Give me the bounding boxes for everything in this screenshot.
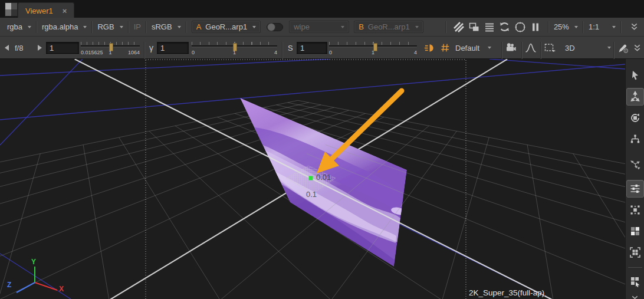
input-b-dropdown[interactable]: B GeoR...arp1 [354,21,423,33]
tab-label: Viewer1 [25,6,53,15]
chevron-down-icon [341,26,344,28]
wipe-toggle[interactable] [267,23,283,31]
sidebar-collapse-icon[interactable] [630,295,639,299]
point-label-primary: 0.01 [316,173,331,182]
svg-text:X: X [59,285,64,293]
view-mode-value: 3D [565,44,575,52]
pane-menu-icon[interactable] [5,2,18,17]
translate-tool-button[interactable] [626,88,644,106]
separator [548,21,549,33]
chevron-down-icon [178,26,181,28]
chevron-down-icon [120,26,123,28]
point-label-secondary: 0.1 [306,190,317,199]
input-a-dropdown[interactable]: A GeoR...arp1 [192,21,261,33]
select-tool-button[interactable] [626,67,644,84]
input-a-value: GeoR...arp1 [205,22,247,31]
tab-viewer1[interactable]: Viewer1 × [18,2,74,18]
camera-icon[interactable] [505,37,517,59]
monitor-out-icon[interactable] [466,20,482,34]
chevron-down-icon [83,26,87,28]
chevron-down-icon [607,47,611,49]
chevron-down-icon [574,26,578,28]
gamma-slider[interactable]: 0 1 4 [192,42,277,56]
colorspace-value: sRGB [152,22,172,31]
input-b-label: B [359,22,364,31]
separator [146,21,147,33]
tab-bar: Viewer1 × [0,0,644,18]
slider-labels: 0.015625 1 1064 [81,50,140,55]
chevron-down-icon [488,47,491,49]
lut-dropdown[interactable]: Default [455,37,491,59]
collapse-toolbar-icon[interactable] [626,20,642,34]
input-process-label: IP [134,22,141,31]
proxy-dropdown[interactable]: 1:1 [589,22,616,31]
cursor-arrow-icon [632,71,638,80]
collapse-toolbar-icon[interactable] [633,37,642,59]
wireframe-hash-icon[interactable] [440,37,451,59]
zoom-dropdown[interactable]: 25% [554,22,578,31]
separator [186,21,187,33]
viewer-toolbar-view: f/8 0.015625 1 1064 γ 0 1 4 S 0 1 4 [0,37,644,59]
separator [36,21,37,33]
input-process-button[interactable]: IP [134,22,141,31]
channels-value: rgba [7,22,22,31]
slider-labels: 0 1 4 [329,50,417,55]
separator [583,21,584,33]
close-icon[interactable]: × [63,6,67,15]
scale-tool-button[interactable] [626,130,644,148]
pause-icon[interactable] [528,20,543,34]
layer-dropdown[interactable]: rgba.alpha [42,22,87,31]
lut-value: Default [455,44,479,52]
gamma-input[interactable] [157,42,189,54]
refresh-icon[interactable] [497,20,512,34]
separator [620,21,622,33]
eyedropper-icon[interactable] [617,37,629,59]
gain-input[interactable] [46,42,79,54]
chevron-down-icon [252,26,256,28]
wipe-dropdown[interactable]: wipe [289,21,349,33]
slider-labels: 0 1 4 [192,50,277,55]
gamma-symbol: γ [149,37,153,59]
channels-dropdown[interactable]: rgba [2,22,31,31]
marquee-select-icon[interactable] [544,37,557,59]
checkerboard-stripes-icon[interactable] [451,20,466,34]
channel-stack-icon[interactable] [482,20,497,34]
headlamp-lighting-icon[interactable] [424,37,435,59]
layout-select-tool-button[interactable] [626,272,644,290]
chevron-down-icon [28,26,31,28]
frame-grid-tool-button[interactable] [626,244,644,261]
display-value: RGB [97,22,114,31]
rotate-tool-button[interactable] [626,109,644,127]
saturation-label: S [288,37,293,59]
chevron-down-icon [612,26,616,28]
adjust-sliders-tool-button[interactable] [626,180,644,198]
selection-point [309,176,313,180]
display-channel-dropdown[interactable]: RGB [97,22,123,31]
saturation-input[interactable] [297,42,327,54]
layout-grid-tool-button[interactable] [626,222,644,240]
gain-prev-stop-button[interactable] [5,37,9,59]
layer-value: rgba.alpha [42,22,78,31]
gain-slider[interactable]: 0.015625 1 1064 [81,42,140,56]
viewer-colorspace-dropdown[interactable]: sRGB [152,22,181,31]
triangle-left-icon [5,45,9,51]
chevron-down-icon [415,26,419,28]
viewer-toolbar-top: rgba rgba.alpha RGB IP sRGB A GeoR...arp… [0,18,644,37]
transform-axes-tool-button[interactable] [626,155,644,173]
zoom-value: 25% [554,22,569,31]
vertex-handles-tool-button[interactable] [626,201,644,219]
svg-text:Y: Y [31,258,36,266]
viewport-3d[interactable]: 0.010.1YXZ2K_Super_35(full-ap)2K_Super_3… [0,59,625,299]
filter-curve-icon[interactable] [525,37,537,59]
toggle-knob [267,23,275,31]
view-mode-dropdown[interactable]: 3D [565,37,611,59]
saturation-slider[interactable]: 0 1 4 [329,42,417,56]
gain-stop-label: f/8 [15,37,23,59]
input-b-value: GeoR...arp1 [368,22,410,31]
triangle-right-icon [38,45,42,51]
roi-target-icon[interactable] [512,20,528,34]
separator [445,21,446,33]
separator [91,21,93,33]
gain-next-stop-button[interactable] [38,37,42,59]
svg-text:Z: Z [7,281,11,289]
